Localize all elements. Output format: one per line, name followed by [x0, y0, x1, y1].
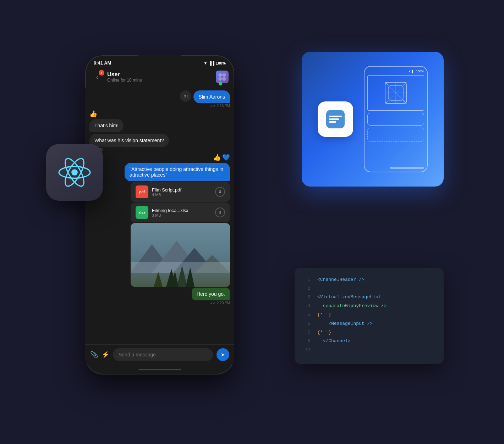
file-name: Filming loca...xlsx [152, 208, 212, 213]
message-bubble: That's him! [89, 119, 124, 132]
heart-reaction: 💙 [222, 154, 230, 161]
code-line-5: 5 {' '} [305, 311, 434, 319]
blue-card: ▼▐ 100% [302, 52, 444, 187]
chat-header: ‹ 4 User Online for 10 mins [85, 68, 234, 88]
back-icon: ‹ [96, 73, 99, 81]
message-thats-him: 👍 That's him! [89, 110, 230, 132]
contact-name: User [107, 71, 212, 78]
check-icon: ✓✓ [210, 104, 216, 108]
file-info: Filming loca...xlsx 3 MB [152, 208, 212, 217]
pdf-attachment[interactable]: pdf Film Script.pdf 4 MB ⬇ [131, 182, 230, 202]
message-input[interactable] [113, 348, 213, 361]
download-button[interactable]: ⬇ [215, 187, 225, 197]
thumbs-up-reaction: 👍 [89, 110, 97, 118]
status-icons: ▼ ▐▐ 100% [203, 61, 226, 65]
message-bubble: What was his vision statement? [89, 134, 169, 147]
message-time: ✓✓ 2:20 PM [210, 301, 230, 305]
message-bubble: Slim Aarons [193, 90, 230, 103]
file-name: Film Script.pdf [152, 187, 212, 193]
code-line-7: 7 {' '} [305, 329, 434, 337]
svg-point-0 [71, 169, 78, 176]
message-vision: What was his vision statement? 2:18 PM [89, 134, 230, 151]
scene: 9:41 AM ▼ ▐▐ 100% ‹ 4 User Online for 10… [39, 45, 465, 399]
lightning-icon[interactable]: ⚡ [102, 351, 109, 359]
mockup-rect1 [367, 113, 424, 126]
pdf-icon: pdf [136, 185, 148, 198]
contact-status: Online for 10 mins [107, 78, 212, 83]
svg-rect-6 [218, 77, 223, 81]
home-indicator [138, 369, 181, 370]
svg-rect-4 [218, 73, 223, 77]
phone-notch [138, 55, 181, 65]
info-bubble: ?! [180, 90, 191, 102]
file-size: 3 MB [152, 213, 212, 217]
svg-rect-22 [329, 121, 336, 123]
status-time: 9:41 AM [94, 60, 111, 66]
phone: 9:41 AM ▼ ▐▐ 100% ‹ 4 User Online for 10… [85, 55, 234, 374]
mockup-status-bar: ▼▐ 100% [367, 70, 424, 73]
file-size: 4 MB [152, 193, 212, 197]
home-bar [85, 365, 234, 374]
reaction-row: 👍 [89, 110, 97, 118]
download-button[interactable]: ⬇ [215, 207, 225, 217]
battery-text: 100% [216, 61, 226, 65]
header-avatar[interactable] [216, 71, 229, 83]
wifi-icon: ▼ [203, 61, 207, 65]
notification-badge: 4 [99, 70, 104, 76]
code-line-4: 4 separateGiphyPreview /> [305, 303, 434, 310]
code-line-3: 3 <VirtualizedMessageList [305, 294, 434, 301]
message-quote-group: 👍 💙 "Attractive people doing attractive … [89, 154, 230, 305]
code-line-12: 12 [305, 346, 434, 354]
react-icon [46, 144, 103, 201]
send-button[interactable]: ➤ [217, 348, 229, 361]
reaction-row: 👍 💙 [213, 154, 230, 161]
blue-card-content: ▼▐ 100% [302, 52, 444, 187]
code-line-1: 1 <ChannelHeader /> [305, 276, 434, 284]
back-button[interactable]: ‹ 4 [91, 71, 104, 83]
code-line-6: 6 <MessageInput /> [305, 320, 434, 328]
chat-image [131, 223, 230, 287]
svg-rect-5 [222, 73, 226, 77]
mockup-bar [390, 167, 424, 169]
svg-rect-21 [329, 118, 339, 120]
message-bubble: "Attractive people doing attractive thin… [125, 163, 230, 181]
thumbs-up-reaction: 👍 [213, 154, 221, 161]
code-line-2: 2 [305, 285, 434, 293]
online-dot [219, 82, 222, 85]
code-block: 1 <ChannelHeader /> 2 3 <VirtualizedMess… [295, 268, 444, 364]
message-time: ✓✓ 2:16 PM [210, 104, 230, 108]
svg-rect-13 [131, 262, 230, 273]
attachment-icon[interactable]: 📎 [90, 351, 98, 359]
message-input-bar: 📎 ⚡ ➤ [85, 344, 234, 365]
file-info: Film Script.pdf 4 MB [152, 187, 212, 197]
message-slim-aarons: ?! Slim Aarons ✓✓ 2:16 PM [89, 90, 230, 108]
mockup-rect2 [367, 128, 424, 142]
contact-info: User Online for 10 mins [107, 71, 212, 83]
code-line-8: 8 </Channel> [305, 338, 434, 345]
xlsx-attachment[interactable]: xlsx Filming loca...xlsx 3 MB ⬇ [131, 202, 230, 222]
signal-icon: ▐▐ [209, 61, 214, 65]
app-icon [318, 101, 353, 137]
phone-mockup-wireframe: ▼▐ 100% [364, 66, 428, 172]
mockup-cube [367, 75, 424, 111]
here-you-go-bubble: Here you go. [192, 288, 230, 300]
check-icon: ✓✓ [210, 301, 216, 305]
mockup-battery: 100% [416, 70, 424, 73]
chat-messages: ?! Slim Aarons ✓✓ 2:16 PM 👍 That's him! … [85, 88, 234, 344]
svg-rect-20 [329, 116, 342, 117]
svg-rect-7 [222, 77, 226, 81]
xlsx-icon: xlsx [136, 206, 148, 219]
